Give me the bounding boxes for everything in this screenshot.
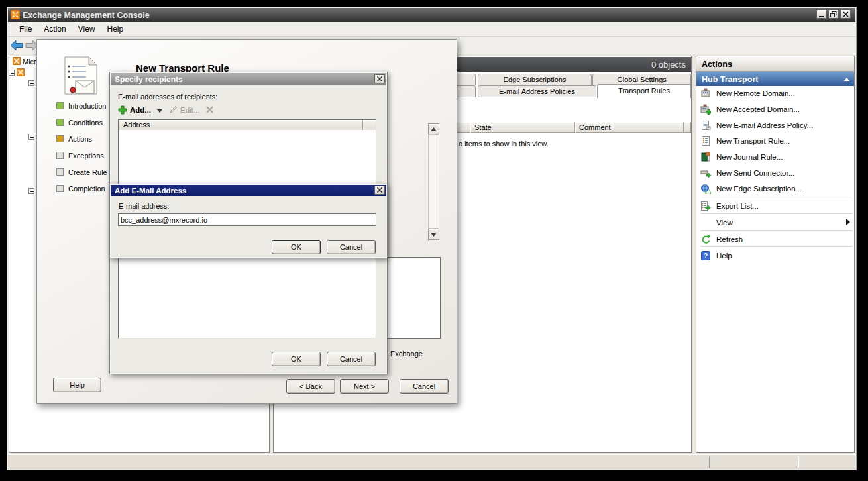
column-header-filler — [684, 122, 691, 133]
wizard-back-button[interactable]: < Back — [286, 379, 335, 394]
close-icon — [377, 187, 382, 193]
empty-list-text: o items to show in this view. — [459, 140, 549, 148]
close-button[interactable] — [840, 9, 851, 19]
export-list-icon — [700, 201, 711, 211]
recipients-label: E-mail addresses of recipients: — [118, 93, 217, 101]
tab-email-address-policies[interactable]: E-mail Address Policies — [478, 85, 596, 97]
status-divider — [709, 456, 710, 468]
text-caret — [205, 215, 205, 224]
action-new-journal-rule[interactable]: New Journal Rule... — [700, 149, 851, 165]
restore-button[interactable] — [828, 9, 839, 19]
exchange-logo-icon — [11, 10, 20, 19]
menu-view[interactable]: View — [72, 22, 101, 36]
wizard-cancel-button[interactable]: Cancel — [400, 379, 449, 394]
action-new-transport-rule[interactable]: New Transport Rule... — [700, 133, 851, 149]
wizard-step-exceptions: Exceptions — [68, 152, 104, 160]
email-address-policy-icon — [700, 120, 711, 131]
add-email-ok-button[interactable]: OK — [272, 240, 321, 254]
tree-expander-icon[interactable] — [28, 134, 34, 140]
window-title: Exchange Management Console — [23, 11, 150, 20]
wizard-help-button[interactable]: Help — [53, 378, 101, 392]
recipients-ok-button[interactable]: OK — [272, 352, 321, 366]
scroll-down-button[interactable] — [428, 229, 439, 240]
menu-bar: File Action View Help — [8, 22, 855, 37]
wizard-background-text: Exchange — [390, 350, 423, 358]
add-dropdown-caret-icon[interactable] — [157, 109, 162, 113]
tree-node-exchange-icon — [17, 68, 25, 76]
filler-column-header — [363, 120, 376, 130]
close-icon — [377, 76, 382, 81]
objects-count: 0 objects — [651, 60, 686, 70]
transport-rule-icon — [700, 136, 711, 146]
action-refresh[interactable]: Refresh — [700, 231, 851, 246]
email-address-input[interactable] — [118, 213, 376, 226]
add-email-cancel-button[interactable]: Cancel — [327, 240, 376, 254]
tree-expander-icon[interactable] — [28, 188, 34, 194]
scroll-down-icon — [431, 233, 437, 237]
delete-x-icon[interactable] — [205, 105, 214, 114]
send-connector-icon — [700, 168, 711, 178]
edit-pencil-icon — [169, 105, 178, 114]
actions-separator — [701, 197, 852, 197]
wizard-step-introduction: Introduction — [68, 102, 106, 111]
tree-root-label[interactable]: Micr — [23, 58, 36, 66]
scroll-up-button[interactable] — [428, 123, 439, 134]
tab-transport-rules[interactable]: Transport Rules — [597, 84, 691, 98]
action-help[interactable]: ? Help — [700, 248, 851, 263]
action-export-list[interactable]: Export List... — [700, 198, 851, 213]
back-button[interactable] — [10, 40, 23, 51]
menu-action[interactable]: Action — [38, 22, 72, 36]
recipients-cancel-button[interactable]: Cancel — [327, 352, 376, 366]
window-titlebar: Exchange Management Console — [8, 8, 855, 22]
column-header-state[interactable]: State — [470, 122, 575, 133]
column-header-comment[interactable]: Comment — [575, 122, 684, 133]
action-new-email-address-policy[interactable]: New E-mail Address Policy... — [700, 117, 851, 133]
action-new-accepted-domain[interactable]: New Accepted Domain... — [700, 101, 851, 117]
step-pending-icon — [56, 185, 64, 192]
tab-edge-subscriptions[interactable]: Edge Subscriptions — [478, 74, 592, 85]
edge-subscription-icon — [700, 184, 711, 194]
tree-expander-icon[interactable] — [28, 80, 34, 86]
add-email-close-button[interactable] — [374, 186, 385, 195]
add-email-title: Add E-Mail Address — [115, 187, 186, 195]
actions-separator — [701, 213, 852, 214]
collapse-arrow-icon[interactable] — [843, 78, 850, 81]
actions-pane-title: Actions — [702, 60, 732, 69]
address-column-header[interactable]: Address — [119, 120, 363, 130]
hub-transport-group-header[interactable]: Hub Transport — [696, 72, 854, 86]
scroll-track[interactable] — [428, 134, 439, 229]
minimize-button[interactable] — [816, 9, 827, 19]
journal-rule-icon — [700, 152, 711, 162]
step-pending-icon — [56, 152, 64, 159]
wizard-next-button[interactable]: Next > — [340, 379, 389, 394]
action-new-remote-domain[interactable]: New Remote Domain... — [700, 85, 851, 101]
actions-separator — [701, 246, 852, 247]
edit-button[interactable]: Edit... — [180, 106, 199, 114]
status-divider — [798, 456, 798, 468]
hub-transport-title: Hub Transport — [702, 75, 758, 84]
step-done-icon — [56, 119, 64, 126]
help-icon: ? — [700, 250, 711, 261]
actions-separator — [701, 230, 852, 231]
scroll-up-icon — [431, 127, 437, 131]
specify-recipients-title: Specify recipients — [115, 75, 183, 84]
email-address-label: E-mail address: — [119, 202, 169, 211]
add-plus-icon[interactable] — [118, 105, 127, 115]
action-new-edge-subscription[interactable]: New Edge Subscription... — [700, 181, 851, 197]
specify-recipients-close-button[interactable] — [374, 74, 385, 83]
recipients-list-header: Address — [119, 120, 376, 130]
transport-rule-wizard-icon — [58, 56, 101, 98]
wizard-step-conditions: Conditions — [68, 119, 103, 127]
tree-expander-icon[interactable] — [9, 70, 15, 76]
screen: Exchange Management Console File Action … — [0, 0, 868, 481]
specify-recipients-titlebar: Specify recipients — [111, 73, 386, 85]
tree-root-exchange-icon — [13, 57, 21, 65]
step-pending-icon — [56, 168, 64, 176]
status-bar — [8, 454, 855, 470]
menu-help[interactable]: Help — [101, 22, 130, 36]
actions-pane-header: Actions — [696, 57, 854, 72]
menu-file[interactable]: File — [13, 22, 38, 36]
add-button[interactable]: Add... — [130, 106, 151, 114]
action-new-send-connector[interactable]: New Send Connector... — [700, 165, 851, 181]
action-view[interactable]: View — [700, 215, 851, 230]
